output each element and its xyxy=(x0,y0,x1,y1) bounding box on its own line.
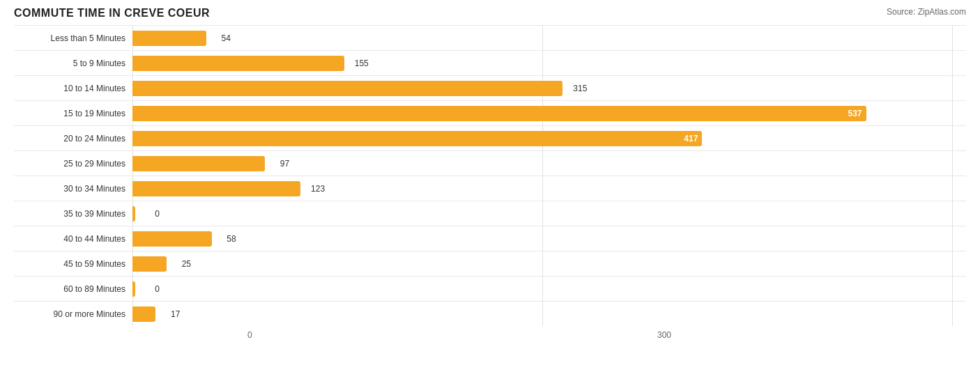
grid-line xyxy=(952,251,953,276)
bar-value: 417 xyxy=(684,134,698,143)
bar-value: 315 xyxy=(573,84,587,93)
bar: 0 xyxy=(132,281,135,297)
bar-value: 54 xyxy=(221,33,230,43)
x-axis-label: 0 xyxy=(247,330,252,340)
grid-line xyxy=(542,251,543,276)
bar: 537 xyxy=(132,106,866,121)
bar-container: 537 xyxy=(132,101,966,125)
grid-line xyxy=(542,277,543,301)
grid-line xyxy=(952,302,953,326)
bar-value: 17 xyxy=(171,309,180,319)
grid-line xyxy=(542,26,543,50)
bar-label: 10 to 14 Minutes xyxy=(14,84,132,93)
grid-line xyxy=(542,151,543,176)
bar-container: 0 xyxy=(132,277,966,301)
x-axis-container: 0300600 xyxy=(251,329,966,343)
bar-label: 25 to 29 Minutes xyxy=(14,159,132,169)
bar-container: 17 xyxy=(132,302,966,326)
bar: 17 xyxy=(132,306,155,322)
bar: 25 xyxy=(132,256,167,272)
bar-value: 58 xyxy=(227,234,236,244)
bar: 97 xyxy=(132,156,265,171)
bar-row: 45 to 59 Minutes25 xyxy=(14,251,966,276)
grid-line xyxy=(952,26,953,50)
bar-row: 15 to 19 Minutes537 xyxy=(14,100,966,125)
bar-value: 0 xyxy=(155,284,160,294)
bar-container: 25 xyxy=(132,251,966,276)
bar-label: 35 to 39 Minutes xyxy=(14,209,132,219)
bar-row: 60 to 89 Minutes0 xyxy=(14,276,966,301)
bar: 54 xyxy=(132,31,206,46)
bar: 155 xyxy=(132,56,344,71)
bar-row: 5 to 9 Minutes155 xyxy=(14,50,966,75)
bar-label: 5 to 9 Minutes xyxy=(14,59,132,68)
bar-label: 40 to 44 Minutes xyxy=(14,234,132,244)
grid-line xyxy=(542,226,543,251)
bar-container: 0 xyxy=(132,201,966,226)
grid-line xyxy=(542,51,543,75)
bar-row: 10 to 14 Minutes315 xyxy=(14,75,966,100)
bar-container: 315 xyxy=(132,76,966,100)
bar-row: 90 or more Minutes17 xyxy=(14,301,966,326)
bar-value: 123 xyxy=(311,184,325,194)
grid-line xyxy=(542,201,543,226)
bar-value: 0 xyxy=(155,209,160,219)
chart-source: Source: ZipAtlas.com xyxy=(887,7,966,17)
bar-container: 155 xyxy=(132,51,966,75)
grid-line xyxy=(542,176,543,201)
bar-value: 155 xyxy=(355,59,369,68)
bar-container: 417 xyxy=(132,126,966,150)
bar: 315 xyxy=(132,81,562,96)
x-axis-label: 300 xyxy=(657,330,671,340)
chart-title: COMMUTE TIME IN CREVE COEUR xyxy=(14,7,210,20)
bar-value: 537 xyxy=(848,109,862,118)
grid-line xyxy=(952,101,953,125)
bar-value: 97 xyxy=(280,159,289,169)
grid-line xyxy=(952,201,953,226)
bar: 0 xyxy=(132,206,135,222)
bar-container: 54 xyxy=(132,26,966,50)
chart-body: Less than 5 Minutes545 to 9 Minutes15510… xyxy=(14,25,966,343)
bar-container: 123 xyxy=(132,176,966,201)
x-axis: 0300600 xyxy=(14,329,966,343)
bar: 123 xyxy=(132,181,300,196)
bar-container: 58 xyxy=(132,226,966,251)
bar: 58 xyxy=(132,231,212,247)
bar-row: 25 to 29 Minutes97 xyxy=(14,150,966,176)
bar-label: 90 or more Minutes xyxy=(14,309,132,319)
bar-label: 60 to 89 Minutes xyxy=(14,284,132,294)
grid-line xyxy=(952,277,953,301)
bar-row: Less than 5 Minutes54 xyxy=(14,25,966,50)
bar-row: 30 to 34 Minutes123 xyxy=(14,176,966,201)
bar-label: Less than 5 Minutes xyxy=(14,33,132,43)
bar-label: 45 to 59 Minutes xyxy=(14,259,132,269)
bar-label: 15 to 19 Minutes xyxy=(14,109,132,118)
grid-line xyxy=(952,226,953,251)
grid-line xyxy=(952,51,953,75)
grid-line xyxy=(952,126,953,150)
grid-line xyxy=(952,151,953,176)
bar-label: 30 to 34 Minutes xyxy=(14,184,132,194)
bar-row: 20 to 24 Minutes417 xyxy=(14,125,966,150)
bar-value: 25 xyxy=(182,259,191,269)
bar: 417 xyxy=(132,131,702,146)
bar-label: 20 to 24 Minutes xyxy=(14,134,132,143)
bar-row: 35 to 39 Minutes0 xyxy=(14,201,966,226)
bar-container: 97 xyxy=(132,151,966,176)
bar-row: 40 to 44 Minutes58 xyxy=(14,226,966,251)
grid-line xyxy=(952,76,953,100)
grid-line xyxy=(952,176,953,201)
grid-line xyxy=(542,302,543,326)
